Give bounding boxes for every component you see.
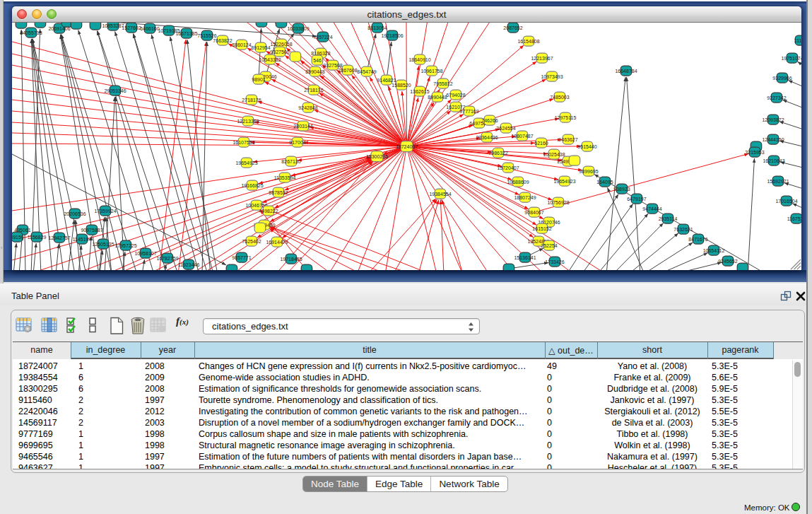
svg-text:1733426: 1733426 xyxy=(545,259,564,264)
svg-text:17016504: 17016504 xyxy=(775,199,797,204)
svg-text:9474444: 9474444 xyxy=(642,206,661,211)
svg-text:2087652: 2087652 xyxy=(503,25,522,30)
svg-text:10688609: 10688609 xyxy=(507,180,529,185)
svg-text:18807249: 18807249 xyxy=(514,195,536,200)
svg-text:7986322: 7986322 xyxy=(488,151,507,156)
svg-text:8267130: 8267130 xyxy=(281,159,300,164)
svg-text:9245652: 9245652 xyxy=(718,259,737,264)
svg-text:16154808: 16154808 xyxy=(517,39,539,44)
svg-text:11923446: 11923446 xyxy=(178,262,200,267)
svg-text:17359924: 17359924 xyxy=(94,209,116,214)
svg-text:12505135: 12505135 xyxy=(92,242,114,247)
svg-text:938923: 938923 xyxy=(613,187,630,192)
svg-text:2803144: 2803144 xyxy=(293,124,312,129)
svg-text:7955812: 7955812 xyxy=(433,81,452,86)
svg-text:16914479: 16914479 xyxy=(266,240,288,245)
svg-text:8990448: 8990448 xyxy=(428,95,447,100)
svg-text:2718176: 2718176 xyxy=(242,98,261,103)
svg-text:8878532: 8878532 xyxy=(269,190,288,195)
svg-text:746266: 746266 xyxy=(481,118,498,123)
svg-text:19654923: 19654923 xyxy=(553,179,575,184)
svg-text:19654923: 19654923 xyxy=(235,160,257,165)
svg-text:917004: 917004 xyxy=(289,140,305,145)
svg-text:16033809: 16033809 xyxy=(287,26,309,31)
svg-text:15692971: 15692971 xyxy=(767,179,789,184)
svg-text:15720407: 15720407 xyxy=(497,165,519,170)
svg-text:1167534: 1167534 xyxy=(787,216,801,221)
svg-text:20364436: 20364436 xyxy=(476,135,498,140)
svg-text:7515526: 7515526 xyxy=(197,33,216,38)
svg-text:9327500: 9327500 xyxy=(270,49,289,54)
svg-text:8990448: 8990448 xyxy=(305,69,324,74)
svg-text:1362615: 1362615 xyxy=(410,89,429,94)
svg-text:12942757: 12942757 xyxy=(48,235,70,240)
svg-text:15226058: 15226058 xyxy=(270,42,292,47)
svg-text:20206536: 20206536 xyxy=(64,211,86,216)
svg-text:16107553: 16107553 xyxy=(233,140,254,145)
svg-text:7663822: 7663822 xyxy=(213,38,232,43)
svg-text:8813054: 8813054 xyxy=(367,25,387,30)
svg-text:8471676: 8471676 xyxy=(688,237,707,242)
svg-text:10025438: 10025438 xyxy=(543,152,565,157)
svg-text:15136141: 15136141 xyxy=(514,255,536,260)
svg-text:18640910: 18640910 xyxy=(408,57,430,62)
svg-text:6794028: 6794028 xyxy=(446,93,465,98)
svg-text:7857224: 7857224 xyxy=(313,35,332,40)
svg-text:19218506: 19218506 xyxy=(381,33,403,38)
svg-text:9857771: 9857771 xyxy=(232,255,251,260)
svg-text:19384554: 19384554 xyxy=(429,192,451,197)
svg-text:98901: 98901 xyxy=(252,77,266,82)
svg-text:16782759: 16782759 xyxy=(156,256,178,261)
svg-text:7632621: 7632621 xyxy=(673,227,693,232)
svg-text:16671385: 16671385 xyxy=(175,31,197,36)
svg-text:16210643: 16210643 xyxy=(763,158,784,163)
svg-text:17957225: 17957225 xyxy=(114,243,136,248)
svg-text:12213967: 12213967 xyxy=(531,56,553,61)
svg-text:12093872: 12093872 xyxy=(762,117,784,122)
svg-text:39159: 39159 xyxy=(12,235,24,240)
svg-text:19751074: 19751074 xyxy=(781,56,801,61)
svg-text:12444150: 12444150 xyxy=(762,137,784,142)
svg-text:18300295: 18300295 xyxy=(366,154,388,159)
svg-text:9515440: 9515440 xyxy=(577,144,596,149)
svg-text:9463627: 9463627 xyxy=(558,137,577,142)
svg-text:62160: 62160 xyxy=(534,141,548,146)
svg-text:1527602: 1527602 xyxy=(122,25,141,30)
svg-text:24055713: 24055713 xyxy=(20,30,42,35)
svg-text:9327508: 9327508 xyxy=(323,63,342,68)
svg-text:4498222: 4498222 xyxy=(259,209,278,214)
svg-text:11173: 11173 xyxy=(794,38,801,43)
svg-text:9899695: 9899695 xyxy=(579,169,598,174)
svg-text:1145194: 1145194 xyxy=(73,237,92,242)
svg-text:10853287: 10853287 xyxy=(102,23,124,28)
svg-text:164095: 164095 xyxy=(596,180,613,185)
svg-text:8912954: 8912954 xyxy=(251,45,270,50)
svg-text:29053346: 29053346 xyxy=(104,88,126,93)
svg-text:8860124: 8860124 xyxy=(232,42,251,47)
svg-text:9146821: 9146821 xyxy=(377,78,396,83)
svg-text:9242848: 9242848 xyxy=(298,105,317,110)
svg-text:10543382: 10543382 xyxy=(259,57,281,62)
svg-text:1156829: 1156829 xyxy=(28,235,47,240)
svg-text:2867608: 2867608 xyxy=(338,68,357,73)
svg-text:3624554: 3624554 xyxy=(496,126,515,131)
svg-text:11353594: 11353594 xyxy=(274,175,296,180)
svg-text:2935114: 2935114 xyxy=(659,216,678,221)
svg-text:2718176: 2718176 xyxy=(304,88,323,93)
svg-text:8454749: 8454749 xyxy=(357,69,376,74)
svg-text:1615152: 1615152 xyxy=(532,226,551,231)
svg-text:10654112: 10654112 xyxy=(703,248,725,253)
svg-text:9329966: 9329966 xyxy=(772,76,792,81)
svg-text:7485003: 7485003 xyxy=(550,95,569,100)
svg-text:10807487: 10807487 xyxy=(511,134,533,139)
svg-text:18724007: 18724007 xyxy=(396,144,418,149)
svg-text:10958107: 10958107 xyxy=(134,251,156,256)
svg-text:10961758: 10961758 xyxy=(420,69,442,74)
svg-text:90975887: 90975887 xyxy=(81,228,102,233)
svg-text:9084067: 9084067 xyxy=(524,210,543,215)
svg-text:7625402: 7625402 xyxy=(242,239,261,244)
svg-text:19718485: 19718485 xyxy=(280,257,302,262)
svg-text:10756928: 10756928 xyxy=(547,200,569,205)
svg-text:8186328: 8186328 xyxy=(311,51,330,56)
svg-text:9777169: 9777169 xyxy=(459,109,478,114)
